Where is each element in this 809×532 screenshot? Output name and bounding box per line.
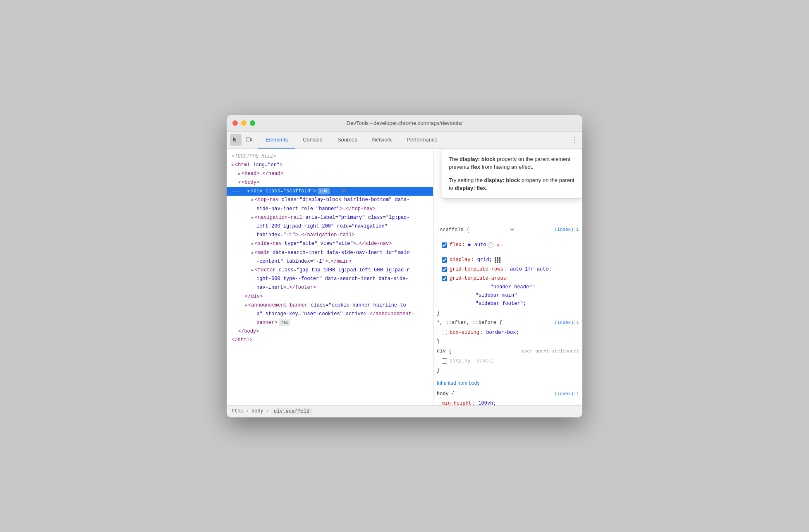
css-property-grid-template-rows: grid-template-rows : auto 1fr auto ; <box>433 265 582 274</box>
css-property-box-sizing: box-sizing : border-box ; <box>433 328 582 337</box>
tree-arrow[interactable]: ▼ <box>247 188 250 195</box>
css-panel[interactable]: The display: block property on the paren… <box>433 149 582 405</box>
css-rule-universal: *, ::after, ::before { (index):1 box-siz… <box>433 318 582 346</box>
grid-badge: grid <box>318 188 330 194</box>
tree-line: </body> <box>227 327 433 336</box>
tree-arrow[interactable]: ▶ <box>232 162 234 169</box>
flex-badge: flex <box>279 319 290 326</box>
css-property-display-ua: display: block; <box>433 357 582 366</box>
breadcrumb-html[interactable]: html <box>232 408 244 415</box>
tree-arrow[interactable]: ▶ <box>245 302 247 309</box>
tab-console[interactable]: Console <box>295 132 330 149</box>
display-ua-checkbox[interactable] <box>442 358 447 364</box>
tooltip-popup: The display: block property on the paren… <box>442 149 582 199</box>
box-sizing-checkbox[interactable] <box>442 330 447 335</box>
tabs-container: Elements Console Sources Network Perform… <box>258 132 567 149</box>
tabbar: Elements Console Sources Network Perform… <box>227 132 582 149</box>
css-rule-scaffold: .scaffold { + (index):1 flex : ▶ auto i … <box>433 225 582 318</box>
tree-arrow[interactable]: ▶ <box>238 171 241 177</box>
tab-network[interactable]: Network <box>365 132 400 149</box>
grid-areas-checkbox[interactable] <box>442 276 447 281</box>
svg-rect-1 <box>251 139 252 141</box>
css-rules: .scaffold { + (index):1 flex : ▶ auto i … <box>433 223 582 405</box>
red-arrow-icon: ← <box>497 235 504 255</box>
css-origin-link-universal[interactable]: (index):1 <box>555 320 579 325</box>
tree-line: side-nav-inert role="banner">…</top-nav> <box>227 205 433 213</box>
tab-icons <box>227 132 258 149</box>
breadcrumb-body[interactable]: body <box>251 408 263 415</box>
breadcrumb-bar: html › body › div.scaffold <box>227 405 582 417</box>
close-button[interactable] <box>232 120 238 126</box>
tree-line: left-200 lg:pad-right-200" role="navigat… <box>227 222 433 231</box>
css-property-display: display : grid ; <box>433 255 582 264</box>
tree-line: ▶ <navigation-rail aria-label="primary" … <box>227 213 433 222</box>
tree-arrow[interactable]: ▶ <box>251 241 254 247</box>
tree-line-selected[interactable]: ··· ▼ <div class="scaffold" > grid == $0 <box>227 187 433 196</box>
css-property-min-height: min-height : 100vh; <box>433 399 582 405</box>
tree-line: ▶ <side-nav type="site" view="site">…</s… <box>227 240 433 248</box>
tree-line: ight-600 type--footer" data-search-inert… <box>227 275 433 283</box>
device-icon <box>246 137 252 143</box>
grid-layout-icon[interactable] <box>495 257 500 263</box>
main-content: <!DOCTYPE html> ▶ <html lang="en" > ▶ <h… <box>227 149 582 405</box>
inherited-label: Inherited from body <box>433 377 582 389</box>
flex-checkbox[interactable] <box>442 242 447 248</box>
tree-line: p" storage-key="user-cookies" active>…</… <box>227 310 433 319</box>
tree-line: ▶ <footer class="gap-top-1000 lg:pad-lef… <box>227 266 433 275</box>
device-icon-button[interactable] <box>243 134 255 146</box>
tree-line: ▶ <html lang="en" > <box>227 161 433 170</box>
tree-line: </div> <box>227 292 433 301</box>
grid-rows-checkbox[interactable] <box>442 267 447 272</box>
tree-line: ▶ <head>…</head> <box>227 170 433 178</box>
tree-line: </html> <box>227 336 433 345</box>
devtools-window: DevTools - developer.chrome.com/tags/dev… <box>227 115 582 417</box>
titlebar: DevTools - developer.chrome.com/tags/dev… <box>227 115 582 132</box>
tab-elements[interactable]: Elements <box>258 132 295 149</box>
css-property-grid-template-areas: grid-template-areas : "header header" "s… <box>433 274 582 309</box>
minimize-button[interactable] <box>241 120 247 126</box>
svg-rect-0 <box>246 138 250 141</box>
tree-arrow[interactable]: ▶ <box>251 267 254 274</box>
tree-line: ▶ <main data-search-inert data-side-nav-… <box>227 249 433 257</box>
tree-line: -content" tabindex="-1">…</main> <box>227 257 433 266</box>
tree-line: ▶ <top-nav class="display-block hairline… <box>227 196 433 204</box>
info-icon[interactable]: i <box>488 242 493 248</box>
breadcrumb-div-scaffold[interactable]: div.scaffold <box>271 408 312 415</box>
css-origin-link-body[interactable]: (index):1 <box>555 391 579 396</box>
css-property-flex: flex : ▶ auto i ← <box>433 235 582 256</box>
html-panel[interactable]: <!DOCTYPE html> ▶ <html lang="en" > ▶ <h… <box>227 149 433 405</box>
tree-line: tabindex="-1">…</navigation-rail> <box>227 231 433 240</box>
display-checkbox[interactable] <box>442 257 447 263</box>
window-title: DevTools - developer.chrome.com/tags/dev… <box>347 120 462 126</box>
tab-sources[interactable]: Sources <box>330 132 365 149</box>
tree-arrow[interactable]: ▼ <box>238 180 241 186</box>
css-rule-body: body { (index):1 min-height : 100vh; <box>433 389 582 405</box>
window-controls <box>232 120 255 126</box>
maximize-button[interactable] <box>250 120 255 126</box>
css-origin-link[interactable]: (index):1 <box>555 227 579 232</box>
tree-line: nav-inert>…</footer> <box>227 283 433 292</box>
tree-arrow[interactable]: ▶ <box>251 197 254 204</box>
tree-line: banner> flex <box>227 319 433 327</box>
cursor-icon-button[interactable] <box>230 134 242 146</box>
tree-arrow[interactable]: ▶ <box>251 250 254 256</box>
add-property-button[interactable]: + <box>506 226 517 234</box>
css-rule-div-ua: div { user agent stylesheet display: blo… <box>433 346 582 375</box>
tab-performance[interactable]: Performance <box>399 132 445 149</box>
inherited-from-body[interactable]: body <box>469 380 479 386</box>
tree-line: <!DOCTYPE html> <box>227 152 433 161</box>
tree-arrow[interactable]: ▶ <box>251 215 254 221</box>
tree-line: ▶ <announcement-banner class="cookie-ban… <box>227 301 433 310</box>
more-tabs-button[interactable]: ⋮ <box>567 132 582 149</box>
tree-line: ▼ <body> <box>227 178 433 187</box>
cursor-icon <box>232 137 239 143</box>
